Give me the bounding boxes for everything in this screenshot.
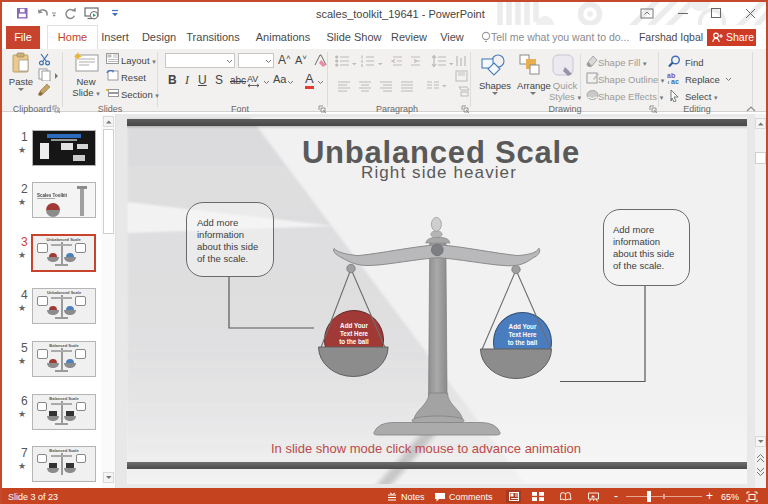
svg-text:ac: ac <box>671 78 679 85</box>
svg-text:AV: AV <box>247 74 258 84</box>
